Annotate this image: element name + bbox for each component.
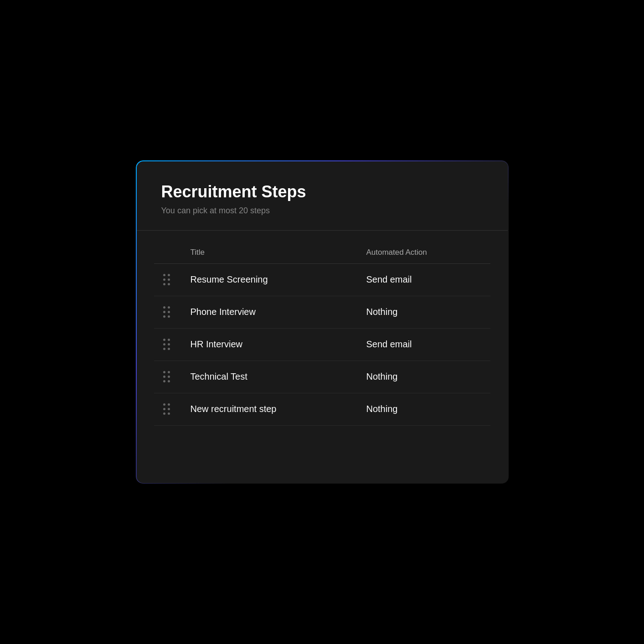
- drag-handle-icon[interactable]: [163, 371, 172, 383]
- row-action: Send email: [357, 328, 490, 361]
- row-title: HR Interview: [181, 328, 357, 361]
- empty-row: [154, 425, 490, 462]
- row-action: Nothing: [357, 296, 490, 328]
- row-action: Nothing: [357, 393, 490, 425]
- drag-handle-cell[interactable]: [154, 393, 181, 425]
- table-row: Technical TestNothing: [154, 361, 490, 393]
- drag-handle-cell[interactable]: [154, 263, 181, 296]
- col-automated-action: Automated Action: [357, 242, 490, 264]
- table-row: Phone InterviewNothing: [154, 296, 490, 328]
- page-title: Recruitment Steps: [161, 182, 483, 201]
- drag-handle-icon[interactable]: [163, 274, 172, 286]
- drag-handle-icon[interactable]: [163, 403, 172, 415]
- col-drag: [154, 242, 181, 264]
- table-header-row: Title Automated Action: [154, 242, 490, 264]
- recruitment-steps-card: Recruitment Steps You can pick at most 2…: [135, 160, 509, 484]
- drag-handle-icon[interactable]: [163, 339, 172, 350]
- row-action: Nothing: [357, 361, 490, 393]
- row-title: New recruitment step: [181, 393, 357, 425]
- table-row: HR InterviewSend email: [154, 328, 490, 361]
- row-action: Send email: [357, 263, 490, 296]
- row-title: Resume Screening: [181, 263, 357, 296]
- drag-handle-cell[interactable]: [154, 296, 181, 328]
- recruitment-steps-table: Title Automated Action Resume ScreeningS…: [154, 242, 490, 462]
- drag-handle-icon[interactable]: [163, 306, 172, 318]
- table-wrapper: Title Automated Action Resume ScreeningS…: [136, 231, 509, 484]
- row-title: Phone Interview: [181, 296, 357, 328]
- col-title: Title: [181, 242, 357, 264]
- page-subtitle: You can pick at most 20 steps: [161, 206, 483, 216]
- table-row: New recruitment stepNothing: [154, 393, 490, 425]
- card-header: Recruitment Steps You can pick at most 2…: [136, 160, 509, 230]
- row-title: Technical Test: [181, 361, 357, 393]
- drag-handle-cell[interactable]: [154, 361, 181, 393]
- table-row: Resume ScreeningSend email: [154, 263, 490, 296]
- drag-handle-cell[interactable]: [154, 328, 181, 361]
